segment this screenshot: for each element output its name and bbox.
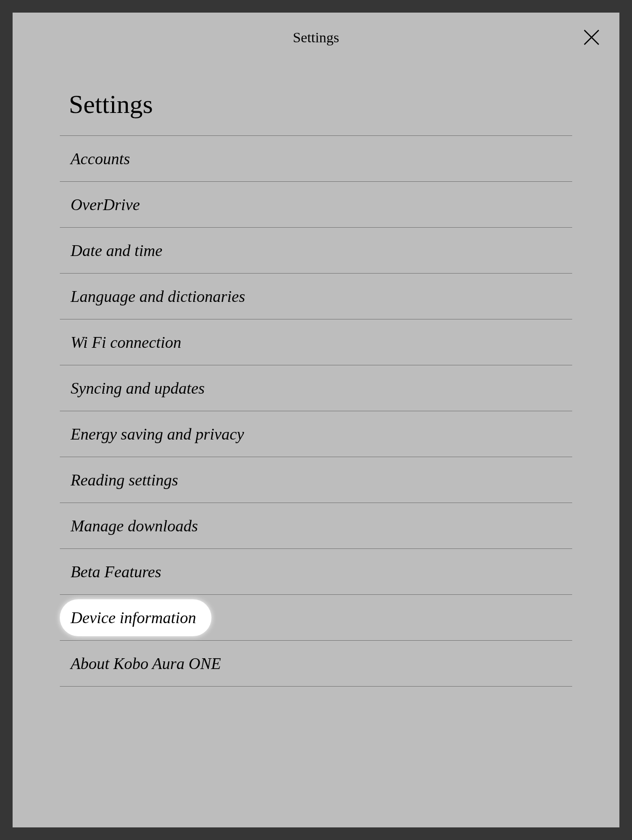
- menu-label: Syncing and updates: [60, 379, 205, 398]
- menu-item-date-time[interactable]: Date and time: [60, 228, 572, 274]
- menu-label: OverDrive: [60, 195, 140, 214]
- menu-label: Language and dictionaries: [60, 287, 245, 306]
- menu-item-syncing[interactable]: Syncing and updates: [60, 365, 572, 411]
- menu-item-beta-features[interactable]: Beta Features: [60, 549, 572, 595]
- menu-item-manage-downloads[interactable]: Manage downloads: [60, 503, 572, 549]
- content: Settings Accounts OverDrive Date and tim…: [13, 62, 619, 687]
- menu-item-reading-settings[interactable]: Reading settings: [60, 457, 572, 503]
- close-button[interactable]: [581, 27, 602, 48]
- menu-label: Energy saving and privacy: [60, 425, 244, 444]
- menu-label: Wi Fi connection: [60, 333, 181, 352]
- header-title: Settings: [293, 29, 339, 46]
- menu-label: Accounts: [60, 149, 130, 168]
- menu-item-overdrive[interactable]: OverDrive: [60, 182, 572, 228]
- menu-item-accounts[interactable]: Accounts: [60, 136, 572, 182]
- page-title: Settings: [60, 62, 572, 136]
- menu-label: Date and time: [60, 241, 162, 260]
- menu-item-wifi[interactable]: Wi Fi connection: [60, 319, 572, 365]
- menu-item-energy-privacy[interactable]: Energy saving and privacy: [60, 411, 572, 457]
- menu-label: Beta Features: [60, 562, 161, 581]
- close-icon: [583, 28, 601, 46]
- menu-label: About Kobo Aura ONE: [60, 654, 221, 673]
- menu-label: Reading settings: [60, 471, 178, 490]
- menu-label: Manage downloads: [60, 517, 198, 535]
- menu-item-about[interactable]: About Kobo Aura ONE: [60, 641, 572, 687]
- menu-item-language[interactable]: Language and dictionaries: [60, 274, 572, 319]
- settings-screen: Settings Settings Accounts OverDrive Dat…: [13, 13, 619, 827]
- settings-menu: Accounts OverDrive Date and time Languag…: [60, 136, 572, 687]
- header: Settings: [13, 13, 619, 62]
- menu-label: Device information: [60, 599, 211, 636]
- menu-item-device-information[interactable]: Device information: [60, 595, 572, 641]
